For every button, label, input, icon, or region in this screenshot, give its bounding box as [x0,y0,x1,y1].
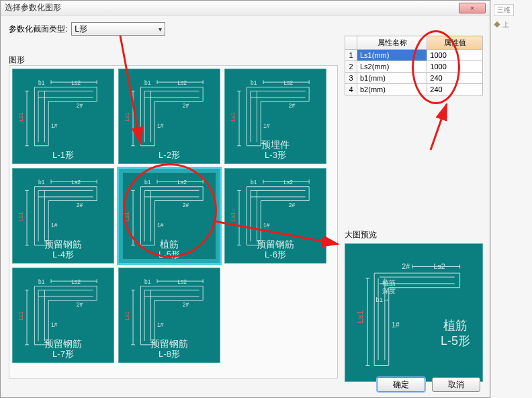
shape-diagram: b1Ls21#2#Ls1 [15,171,111,261]
table-header-idx [345,36,357,50]
svg-text:2#: 2# [183,301,189,308]
preview-label: 大图预览 [345,229,483,241]
svg-text:Ls1: Ls1 [230,112,236,122]
titlebar: 选择参数化图形 × [1,1,490,15]
svg-text:b1: b1 [144,179,151,186]
cancel-button-label: 取消 [448,379,464,391]
svg-text:1#: 1# [157,222,164,229]
shape-cell-L-5形[interactable]: b1Ls21#2#Ls1植筋L-5形 [118,168,220,264]
table-row[interactable]: 2Ls2(mm)1000 [345,61,483,73]
background-toolbar: 三维 ◆ 上 [490,0,532,398]
preview-box: Ls2 2# 植筋 深度 b1→ 1# Ls1 植筋 L-5形 [345,243,483,382]
shape-cell-L-4形[interactable]: b1Ls21#2#Ls1预留钢筋L-4形 [12,168,114,264]
svg-text:Ls2: Ls2 [71,278,81,285]
preview-shape-label: 植筋 L-5形 [441,318,470,350]
svg-text:2#: 2# [402,262,410,270]
svg-text:Ls2: Ls2 [71,179,81,186]
row-prop-name: Ls2(mm) [357,61,427,73]
svg-text:Ls1: Ls1 [355,311,364,323]
cancel-button[interactable]: 取消 [432,377,480,392]
shapes-section-label: 图形 [9,54,25,66]
close-icon: × [470,4,474,12]
bg-button[interactable]: 上 [502,21,509,28]
svg-text:Ls2: Ls2 [283,179,293,186]
shape-cell-L-3形[interactable]: b1Ls21#2#Ls1预埋件L-3形 [224,69,326,164]
svg-text:b1: b1 [38,278,45,285]
svg-text:Ls2: Ls2 [177,278,187,285]
svg-text:b1: b1 [144,79,151,86]
row-prop-name: b1(mm) [357,73,427,84]
table-header-name: 属性名称 [357,36,427,50]
ok-button[interactable]: 确定 [377,377,425,392]
svg-text:1#: 1# [51,222,58,229]
shape-diagram: b1Ls21#2#Ls1 [15,72,111,161]
svg-line-103 [431,104,447,150]
svg-text:深度: 深度 [382,287,396,294]
table-row[interactable]: 3b1(mm)240 [345,73,483,84]
preview-caption: 植筋 [443,319,468,332]
svg-text:b1: b1 [38,79,45,86]
shapes-grid-container: b1Ls21#2#Ls1L-1形b1Ls21#2#Ls1L-2形b1Ls21#2… [9,65,338,379]
close-button[interactable]: × [459,3,486,13]
section-type-label: 参数化截面类型: [9,24,67,35]
property-table: 属性名称 属性值 1Ls1(mm)10002Ls2(mm)10003b1(mm)… [345,36,483,95]
row-index: 1 [345,50,357,61]
svg-text:b1: b1 [144,278,151,285]
svg-text:Ls2: Ls2 [177,179,187,186]
window-title: 选择参数化图形 [5,2,61,13]
svg-text:植筋: 植筋 [382,279,396,286]
svg-text:b1: b1 [251,79,257,86]
shape-cell-L-2形[interactable]: b1Ls21#2#Ls1L-2形 [118,69,220,164]
svg-text:1#: 1# [392,321,400,329]
shape-cell-L-6形[interactable]: b1Ls21#2#Ls1预留钢筋L-6形 [224,168,326,264]
shape-diagram: b1Ls21#2#Ls1 [122,271,217,360]
button-row: 确定 取消 [377,377,480,392]
shape-diagram: b1Ls21#2#Ls1 [122,72,217,161]
preview-name: L-5形 [441,333,470,349]
svg-text:Ls2: Ls2 [433,262,445,270]
table-row[interactable]: 4b2(mm)240 [345,84,483,95]
svg-text:Ls2: Ls2 [283,79,293,86]
svg-text:Ls1: Ls1 [17,311,24,321]
shape-cell-L-1形[interactable]: b1Ls21#2#Ls1L-1形 [12,69,114,164]
svg-text:b1: b1 [38,179,45,186]
row-prop-name: b2(mm) [357,84,427,95]
shape-cell-L-8形[interactable]: b1Ls21#2#Ls1预留钢筋L-8形 [118,268,220,363]
svg-text:2#: 2# [77,102,83,109]
svg-text:Ls1: Ls1 [124,212,130,221]
svg-text:Ls2: Ls2 [71,79,81,86]
svg-text:2#: 2# [77,301,83,308]
shape-diagram: b1Ls21#2#Ls1 [228,72,323,161]
row-prop-value[interactable]: 240 [427,84,483,95]
svg-text:Ls1: Ls1 [124,311,130,321]
preview-shape-svg: Ls2 2# 植筋 深度 b1→ 1# Ls1 [348,247,480,379]
section-type-row: 参数化截面类型: L形 [9,22,482,36]
svg-text:1#: 1# [263,122,270,129]
table-header-value: 属性值 [427,36,483,50]
shape-cell-L-7形[interactable]: b1Ls21#2#Ls1预留钢筋L-7形 [12,268,114,363]
dialog-window: 选择参数化图形 × 参数化截面类型: L形 图形 b1Ls21#2#Ls1L-1… [0,0,490,398]
shape-grid: b1Ls21#2#Ls1L-1形b1Ls21#2#Ls1L-2形b1Ls21#2… [12,69,335,363]
svg-text:Ls2: Ls2 [177,79,187,86]
row-index: 4 [345,84,357,95]
row-index: 2 [345,61,357,73]
svg-text:1#: 1# [263,222,270,229]
shape-diagram: b1Ls21#2#Ls1 [122,171,217,261]
svg-text:Ls1: Ls1 [230,212,236,221]
row-prop-value[interactable]: 240 [427,73,483,84]
row-prop-value[interactable]: 1000 [427,50,483,61]
svg-text:2#: 2# [77,202,83,208]
row-prop-value[interactable]: 1000 [427,61,483,73]
svg-text:1#: 1# [157,122,164,129]
svg-text:2#: 2# [289,202,296,208]
section-type-dropdown[interactable]: L形 [71,22,165,36]
property-pane: 属性名称 属性值 1Ls1(mm)10002Ls2(mm)10003b1(mm)… [345,36,483,95]
svg-text:Ls1: Ls1 [17,112,24,122]
bg-tab[interactable]: 三维 [494,4,514,16]
svg-text:Ls1: Ls1 [17,212,24,221]
ok-button-label: 确定 [393,379,409,391]
table-row[interactable]: 1Ls1(mm)1000 [345,50,483,61]
row-prop-name: Ls1(mm) [357,50,427,61]
svg-text:Ls1: Ls1 [124,112,130,122]
preview-section: 大图预览 Ls2 2# 植筋 [345,229,483,382]
